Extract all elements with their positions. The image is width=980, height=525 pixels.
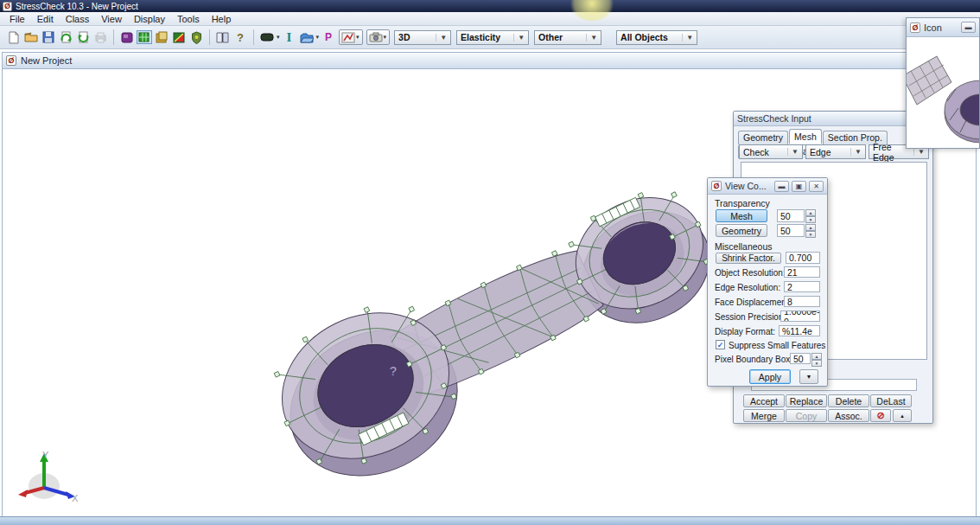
mesh-display-icon[interactable] xyxy=(137,30,152,44)
menu-display[interactable]: Display xyxy=(128,13,171,25)
input-object-combo[interactable]: Edge▼ xyxy=(805,144,866,159)
help-icon[interactable]: ? xyxy=(232,30,248,44)
menu-view[interactable]: View xyxy=(95,13,128,25)
dimension-combo-value: 3D xyxy=(398,32,410,42)
object-resolution-field[interactable]: 21 xyxy=(784,266,820,278)
status-bar xyxy=(0,516,980,525)
geometry-transparency-button[interactable]: Geometry xyxy=(716,224,767,237)
points-toggle-icon[interactable]: P xyxy=(321,30,336,44)
view-dialog-titlebar[interactable]: Ø View Co... ▬ ▣ ✕ xyxy=(708,178,827,195)
merge-button[interactable]: Merge xyxy=(743,409,785,422)
input-dialog-title: StressCheck Input xyxy=(737,113,811,124)
discipline-combo-value: Elasticity xyxy=(461,32,500,42)
display-format-label: Display Format: xyxy=(715,327,775,336)
plot-tool-dropdown[interactable]: ▾ xyxy=(339,29,363,45)
object-files-icon[interactable] xyxy=(154,30,169,44)
plot-tool-arrow[interactable]: ▾ xyxy=(356,34,360,41)
capture-tool-arrow[interactable]: ▾ xyxy=(384,34,387,41)
material-swatch-icon[interactable] xyxy=(259,30,275,44)
menu-help[interactable]: Help xyxy=(206,13,238,25)
chevron-down-icon: ▼ xyxy=(850,148,862,156)
toolbar-separator xyxy=(209,29,210,45)
input-method-combo[interactable]: Check▼ xyxy=(739,144,803,159)
layers-dropdown-arrow[interactable]: ▾ xyxy=(316,34,320,41)
material-dropdown-arrow[interactable]: ▾ xyxy=(277,34,280,41)
transparency-section-label: Transparency xyxy=(715,198,770,208)
suppress-small-features-checkbox[interactable]: ✓ xyxy=(716,340,725,349)
pixel-boundary-box-field[interactable]: 50 xyxy=(790,353,811,364)
tab-mesh[interactable]: Mesh xyxy=(789,129,822,144)
face-displacement-field[interactable]: 8 xyxy=(784,296,820,307)
select-filter-combo[interactable]: All Objects▼ xyxy=(616,30,697,45)
session-precision-label: Session Precision: xyxy=(715,312,786,322)
delete-button[interactable]: Delete xyxy=(828,394,869,407)
mesh-transparency-field[interactable]: 50 xyxy=(777,209,805,222)
capture-tool-dropdown[interactable]: ▾ xyxy=(366,29,391,45)
mesh-transparency-spinner[interactable]: ▲▼ xyxy=(805,209,816,222)
icon-window-minimize-button[interactable]: ▬ xyxy=(961,22,976,33)
import-model-icon[interactable] xyxy=(58,30,73,44)
geometry-transparency-spinner[interactable]: ▲▼ xyxy=(805,224,816,237)
select-filter-combo-value: All Objects xyxy=(620,32,668,42)
suppress-small-features-label: Suppress Small Features xyxy=(729,341,825,350)
menu-class[interactable]: Class xyxy=(60,13,96,25)
view-dialog-minimize-button[interactable]: ▬ xyxy=(774,181,789,192)
pixel-boundary-box-label: Pixel Boundary Box: xyxy=(715,355,792,364)
new-document-icon[interactable] xyxy=(6,30,22,44)
mesh-transparency-button[interactable]: Mesh xyxy=(716,209,767,222)
toolbar-separator xyxy=(113,29,114,45)
layers-folder-icon[interactable] xyxy=(299,30,315,44)
tab-geometry[interactable]: Geometry xyxy=(738,131,788,144)
print-icon[interactable] xyxy=(92,30,108,44)
class-objects-icon[interactable] xyxy=(119,30,135,44)
main-toolbar: ? ▾ I ▾ P ▾ ▾ 3D▼ Elasticity▼ Other▼ All… xyxy=(0,26,980,49)
object-resolution-label: Object Resolution: xyxy=(715,268,786,278)
view-controls-dialog[interactable]: Ø View Co... ▬ ▣ ✕ Transparency Mesh 50 … xyxy=(707,177,828,387)
open-folder-icon[interactable] xyxy=(23,30,39,44)
toolbar-separator xyxy=(253,29,254,45)
shrink-factor-button[interactable]: Shrink Factor. xyxy=(716,253,781,264)
app-titlebar: Ø StressCheck 10.3 - New Project xyxy=(0,0,980,12)
copy-button[interactable]: Copy xyxy=(786,409,827,422)
view-dialog-maximize-button[interactable]: ▣ xyxy=(792,181,806,192)
chevron-down-icon: ▼ xyxy=(682,34,693,42)
export-model-icon[interactable] xyxy=(75,30,91,44)
edge-resolution-field[interactable]: 2 xyxy=(784,281,820,292)
plot-flag-icon[interactable] xyxy=(171,30,187,44)
replace-button[interactable]: Replace xyxy=(786,394,827,407)
assoc-button[interactable]: Assoc. xyxy=(828,409,869,422)
project-window-title: New Project xyxy=(21,55,72,66)
apply-options-dropdown[interactable]: ▼ xyxy=(799,369,818,384)
input-dialog-titlebar[interactable]: StressCheck Input ▫ xyxy=(734,112,932,126)
view-dialog-close-button[interactable]: ✕ xyxy=(809,181,824,192)
project-window-titlebar[interactable]: Ø New Project xyxy=(2,52,977,69)
geometry-transparency-field[interactable]: 50 xyxy=(777,224,805,237)
project-window-logo-icon: Ø xyxy=(6,55,16,66)
dimension-combo[interactable]: 3D▼ xyxy=(394,30,451,45)
apply-button[interactable]: Apply xyxy=(749,369,791,384)
menu-file[interactable]: File xyxy=(3,13,31,25)
accept-button[interactable]: Accept xyxy=(743,394,785,407)
scroll-up-icon[interactable]: ▴ xyxy=(893,409,912,422)
pixel-boundary-box-spinner[interactable]: ▲▼ xyxy=(811,353,822,364)
ibeam-section-icon[interactable]: I xyxy=(282,30,297,44)
menu-bar: File Edit Class View Display Tools Help xyxy=(0,12,980,26)
session-precision-field[interactable]: 1.0000e-0 xyxy=(780,311,820,322)
icon-window-logo-icon: Ø xyxy=(910,22,920,33)
block-icon[interactable]: ⊘ xyxy=(870,409,891,422)
shield-check-icon[interactable] xyxy=(188,30,204,44)
icon-window-titlebar[interactable]: Ø Icon ▬ xyxy=(907,18,979,37)
menu-tools[interactable]: Tools xyxy=(171,13,206,25)
chevron-down-icon: ▼ xyxy=(513,34,525,42)
info-book-icon[interactable] xyxy=(215,30,231,44)
miscellaneous-section-label: Miscellaneous xyxy=(715,241,773,252)
menu-edit[interactable]: Edit xyxy=(31,13,60,25)
icon-window[interactable]: Ø Icon ▬ xyxy=(906,17,980,149)
view-dialog-logo-icon: Ø xyxy=(711,181,722,191)
save-icon[interactable] xyxy=(41,30,56,44)
display-format-field[interactable]: %11.4e xyxy=(779,325,820,336)
shrink-factor-field[interactable]: 0.700 xyxy=(786,252,820,264)
delast-button[interactable]: DeLast xyxy=(870,394,912,407)
discipline-combo[interactable]: Elasticity▼ xyxy=(456,30,529,45)
reference-combo[interactable]: Other▼ xyxy=(534,30,601,45)
